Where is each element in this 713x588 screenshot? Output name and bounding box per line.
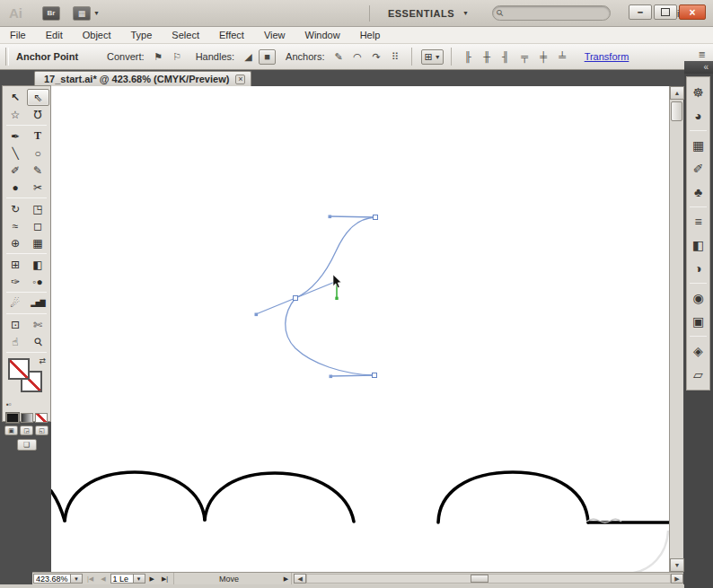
isolate-selection-icon[interactable]: ⠿ [386,49,403,65]
search-input[interactable] [507,8,597,18]
rotate-tool[interactable]: ↻ [4,200,27,217]
fill-swatch[interactable] [8,358,30,380]
menu-select[interactable]: Select [162,28,209,42]
align-left-icon[interactable]: ╟ [460,49,477,65]
panel-menu-icon[interactable]: ≣ [699,49,706,59]
connect-endpoints-icon[interactable]: ↷ [367,49,384,65]
menu-file[interactable]: File [0,28,36,42]
artboard-canvas[interactable] [51,86,669,572]
magic-wand-tool[interactable]: ☆ [4,106,27,123]
scroll-down-icon[interactable]: ▼ [670,558,684,572]
draw-behind-button[interactable]: ◲ [20,426,33,435]
chevron-down-icon[interactable]: ▼ [133,575,145,583]
pen-tool[interactable]: ✒ [4,127,27,145]
swap-fill-stroke-icon[interactable]: ⇄ [39,356,46,365]
menu-edit[interactable]: Edit [36,28,73,42]
scissors-tool[interactable]: ✂ [27,179,49,196]
search-box[interactable]: ⚲ [492,5,611,21]
show-handles-icon[interactable]: ◢ [240,49,257,65]
artboards-panel-icon[interactable]: ▱ [687,363,709,386]
brushes-panel-icon[interactable]: ✐ [687,157,709,180]
remove-anchor-icon[interactable]: ✎ [330,49,347,65]
lasso-tool[interactable]: ℧ [27,106,49,123]
arrange-documents-button[interactable]: ▦ ▼ [73,6,100,21]
menu-window[interactable]: Window [295,28,350,42]
graphic-styles-panel-icon[interactable]: ▣ [687,310,709,333]
gradient-button[interactable] [21,413,33,423]
next-artboard-button[interactable]: ▶ [146,573,158,584]
vertical-scrollbar[interactable]: ▲ ▼ [669,86,683,572]
document-tab[interactable]: 17_start.ai* @ 423.68% (CMYK/Preview) × [34,71,251,86]
pencil-tool[interactable]: ✎ [27,162,49,179]
align-right-icon[interactable]: ╢ [497,49,515,65]
perspective-grid-tool[interactable]: ▦ [27,234,49,251]
last-artboard-button[interactable]: ▶| [158,573,172,584]
align-center-icon[interactable]: ╫ [479,49,496,65]
width-tool[interactable]: ≈ [4,217,27,234]
close-button[interactable]: × [679,4,706,20]
paintbrush-tool[interactable]: ✐ [4,162,27,179]
menu-object[interactable]: Object [73,28,121,42]
status-display[interactable]: Move ▶ [173,573,292,584]
restore-button[interactable] [654,4,677,20]
color-guide-panel-icon[interactable]: ◕ [687,104,709,127]
align-middle-icon[interactable]: ╪ [535,49,552,65]
stroke-panel-icon[interactable]: ≡ [687,210,709,233]
zoom-combo[interactable]: ▼ [33,574,83,584]
menu-view[interactable]: View [254,28,295,42]
workspace-switcher[interactable]: ESSENTIALS ▼ [381,5,477,22]
none-button[interactable] [35,413,48,423]
expand-panels-button[interactable]: « [684,61,713,74]
transparency-panel-icon[interactable]: ◑ [687,257,709,280]
tab-close-icon[interactable]: × [235,75,245,84]
type-tool[interactable]: T [27,127,49,145]
ellipse-tool[interactable]: ○ [27,145,49,162]
selected-bezier-path[interactable] [256,216,375,376]
reference-point-button[interactable]: ⊞ ▼ [421,49,443,65]
scroll-up-icon[interactable]: ▲ [670,86,684,100]
column-graph-tool[interactable]: ▂▅▇ [27,294,49,312]
cut-path-icon[interactable]: ◠ [348,49,365,65]
hide-handles-icon[interactable]: ■ [259,49,276,65]
chevron-down-icon[interactable]: ▼ [70,575,82,583]
menu-effect[interactable]: Effect [209,28,254,42]
selection-tool[interactable]: ↖ [4,89,27,106]
draw-inside-button[interactable]: ◱ [35,426,48,435]
color-button[interactable] [6,413,19,423]
artboard-combo[interactable]: ▼ [110,574,145,584]
default-fill-stroke-icon[interactable]: ▪▫ [6,400,12,408]
line-segment-tool[interactable]: ╲ [4,145,27,162]
swatches-panel-icon[interactable]: ▦ [687,134,709,157]
anchor-points[interactable] [294,215,378,378]
symbols-panel-icon[interactable]: ♣ [687,180,709,204]
align-bottom-icon[interactable]: ╧ [554,49,571,65]
gradient-tool[interactable]: ◧ [27,256,49,273]
blend-tool[interactable]: ◦● [27,273,49,290]
bridge-icon[interactable]: Br [42,6,60,21]
first-artboard-button[interactable]: |◀ [84,573,97,584]
artboard-input[interactable] [111,575,133,583]
blob-brush-tool[interactable]: ● [4,179,27,196]
eyedropper-tool[interactable]: ✑ [4,273,27,290]
transform-link[interactable]: Transform [585,51,629,62]
previous-artboard-button[interactable]: ◀ [97,573,109,584]
scroll-left-icon[interactable]: ◀ [294,574,306,584]
color-panel-icon[interactable]: ☸ [687,81,709,104]
draw-normal-button[interactable]: ▣ [4,426,18,435]
minimize-button[interactable]: ━ [629,4,652,20]
convert-to-corner-icon[interactable]: ⚑ [150,49,167,65]
scroll-right-icon[interactable]: ▶ [671,574,683,584]
vertical-scroll-thumb[interactable] [671,101,682,121]
scale-tool[interactable]: ◳ [27,200,49,217]
free-transform-tool[interactable]: ◻ [27,217,49,234]
menu-type[interactable]: Type [121,28,163,42]
align-top-icon[interactable]: ╤ [516,49,533,65]
direct-selection-tool[interactable]: ⇖ [27,89,49,106]
status-popup-icon[interactable]: ▶ [284,575,288,583]
layers-panel-icon[interactable]: ◈ [687,339,709,363]
artboard-tool[interactable]: ⊡ [4,316,27,333]
convert-to-smooth-icon[interactable]: ⚐ [169,49,186,65]
appearance-panel-icon[interactable]: ◉ [687,286,709,310]
horizontal-scrollbar[interactable] [306,574,671,584]
menu-help[interactable]: Help [350,28,391,42]
